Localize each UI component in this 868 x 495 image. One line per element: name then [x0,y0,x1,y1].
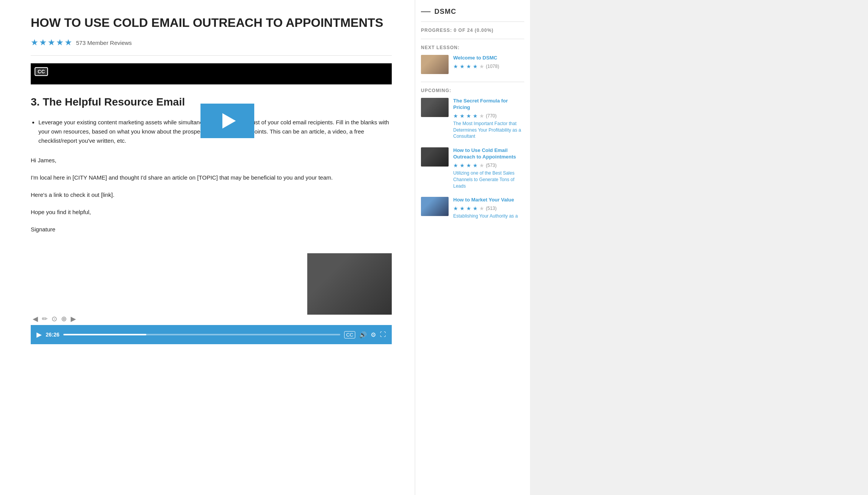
sidebar-brand: DSMC [421,8,524,16]
ul2-star-2: ★ [460,162,465,168]
next-lesson-stars: ★ ★ ★ ★ ★ (1078) [453,63,524,69]
edit-button[interactable]: ✏ [42,315,48,323]
upcoming-lesson-3-thumb [421,197,449,216]
progress-label: PROGRESS: 0 OF 24 (0.00%) [421,28,524,33]
fullscreen-button[interactable]: ⛶ [380,331,386,338]
main-content: HOW TO USE COLD EMAIL OUTREACH TO APPOIN… [0,0,415,495]
ul2-star-1: ★ [453,162,458,168]
play-triangle-icon [222,113,236,129]
email-paragraph1: I'm local here in [CITY NAME] and though… [31,172,392,183]
upcoming-lesson-1-thumb [421,98,449,117]
star-rating: ★ ★ ★ ★ ★ [31,38,72,48]
volume-button[interactable]: 🔊 [359,331,367,338]
sidebar-progress-divider [421,39,524,39]
upcoming-lesson-3-desc: Establishing Your Authority as a [453,213,524,219]
next-lesson-item[interactable]: Welcome to DSMC ★ ★ ★ ★ ★ (1078) [421,55,524,74]
settings-button[interactable]: ⊙ [51,315,57,323]
rating-row: ★ ★ ★ ★ ★ 573 Member Reviews [31,38,392,48]
ul1-star-2: ★ [460,113,465,119]
upcoming-lesson-1-review-count: (770) [486,113,497,119]
video-controls-bar: ▶ 26:26 CC 🔊 ⚙ ⛶ [31,325,392,344]
upcoming-lesson-3-stars: ★ ★ ★ ★ ★ (513) [453,205,524,211]
upcoming-lesson-1-desc: The Most Important Factor that Determine… [453,120,524,140]
star-1: ★ [31,38,38,48]
progress-fill [63,334,146,335]
next-lesson-thumb [421,55,449,74]
upcoming-lesson-2[interactable]: How to Use Cold Email Outreach to Appoin… [421,147,524,189]
time-display: 26:26 [46,332,60,338]
next-lesson-title[interactable]: Welcome to DSMC [453,55,524,61]
email-paragraph2: Here's a link to check it out [link]. [31,190,392,200]
content-area: 3. The Helpful Resource Email Leverage y… [31,84,392,315]
ul2-star-5: ★ [479,162,484,168]
ul3-star-1: ★ [453,205,458,211]
page-title: HOW TO USE COLD EMAIL OUTREACH TO APPOIN… [31,15,392,30]
email-signature: Signature [31,224,392,234]
cc-badge[interactable]: CC [35,67,48,76]
progress-bar[interactable] [63,334,340,335]
prev-button[interactable]: ◀ [33,315,38,323]
next-button[interactable]: ▶ [71,315,76,323]
upcoming-lesson-3-title[interactable]: How to Market Your Value [453,197,524,203]
star-3: ★ [48,38,55,48]
email-paragraph3: Hope you find it helpful, [31,207,392,217]
nl-star-4: ★ [473,63,478,69]
brand-name: DSMC [434,8,456,16]
review-count: 573 Member Reviews [76,40,132,46]
ul1-star-5: ★ [479,113,484,119]
next-lesson-info: Welcome to DSMC ★ ★ ★ ★ ★ (1078) [453,55,524,71]
video-top-bar: CC [31,63,392,84]
star-4: ★ [56,38,64,48]
upcoming-lesson-1-info: The Secret Formula for Pricing ★ ★ ★ ★ ★… [453,98,524,140]
upcoming-lesson-2-stars: ★ ★ ★ ★ ★ (573) [453,162,524,168]
settings-ctrl-button[interactable]: ⚙ [371,331,376,338]
upcoming-lesson-2-thumb [421,147,449,167]
nl-star-5: ★ [479,63,484,69]
sidebar: DSMC PROGRESS: 0 OF 24 (0.00%) NEXT LESS… [415,0,530,495]
share-button[interactable]: ⊕ [61,315,67,323]
upcoming-label: UPCOMING: [421,88,524,93]
captions-button[interactable]: CC [344,331,355,338]
upcoming-lesson-3[interactable]: How to Market Your Value ★ ★ ★ ★ ★ (513)… [421,197,524,219]
play-overlay-button[interactable] [200,104,254,138]
next-lesson-label: NEXT LESSON: [421,45,524,50]
upcoming-lesson-1-title[interactable]: The Secret Formula for Pricing [453,98,524,111]
nl-star-2: ★ [460,63,465,69]
ul1-star-3: ★ [466,113,471,119]
play-pause-button[interactable]: ▶ [36,330,42,339]
upcoming-lesson-3-info: How to Market Your Value ★ ★ ★ ★ ★ (513)… [453,197,524,219]
ul3-star-3: ★ [466,205,471,211]
star-half: ★ [65,38,72,48]
brand-dash-icon [421,11,431,12]
ul1-star-1: ★ [453,113,458,119]
next-lesson-review-count: (1078) [486,64,499,69]
ul2-star-4: ★ [473,162,478,168]
sidebar-upcoming-divider [421,82,524,82]
upcoming-lesson-2-review-count: (573) [486,163,497,168]
ul1-star-4: ★ [473,113,478,119]
ul3-star-2: ★ [460,205,465,211]
upcoming-lesson-2-info: How to Use Cold Email Outreach to Appoin… [453,147,524,189]
upcoming-lesson-1-stars: ★ ★ ★ ★ ★ (770) [453,113,524,119]
ul3-star-5: ★ [479,205,484,211]
upcoming-lesson-3-review-count: (513) [486,206,497,211]
video-thumbnail [307,253,392,315]
upcoming-lesson-1[interactable]: The Secret Formula for Pricing ★ ★ ★ ★ ★… [421,98,524,140]
ul2-star-3: ★ [466,162,471,168]
star-2: ★ [39,38,47,48]
email-body: Hi James, I'm local here in [CITY NAME] … [31,155,392,234]
upcoming-lesson-2-title[interactable]: How to Use Cold Email Outreach to Appoin… [453,147,524,160]
ul3-star-4: ★ [473,205,478,211]
header-divider [31,55,392,56]
nl-star-1: ★ [453,63,458,69]
upcoming-lesson-2-desc: Utilizing one of the Best Sales Channels… [453,170,524,189]
email-greeting: Hi James, [31,155,392,165]
sidebar-top-divider [421,21,524,22]
nl-star-3: ★ [466,63,471,69]
